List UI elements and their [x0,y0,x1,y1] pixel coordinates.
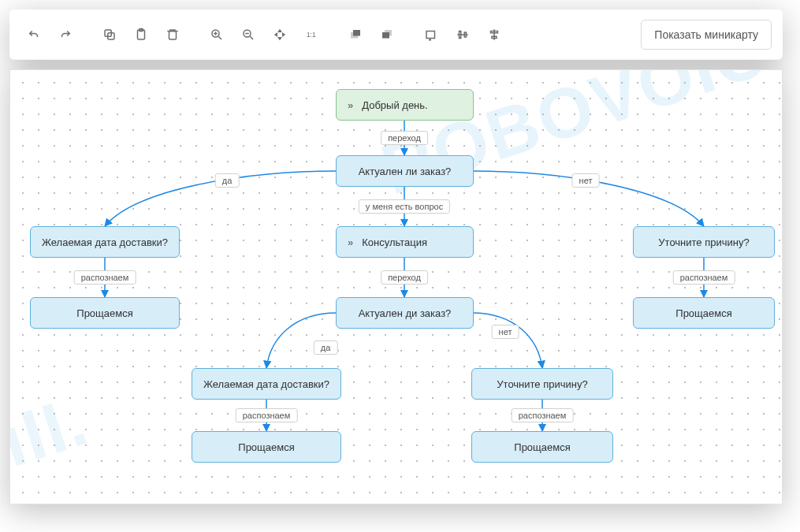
edge-label-no: нет [492,325,519,339]
copy-button[interactable] [96,21,123,48]
node-bye-right[interactable]: Прощаемся [633,297,775,329]
node-label: Консультация [362,236,427,248]
flow-canvas[interactable]: ROBOVOICE ıII. » Добрый день. [9,69,783,504]
show-minimap-button[interactable]: Показать миникарту [641,20,772,50]
edge-label: распознаем [512,408,574,422]
toolbar: 1:1 Показать миникарту [9,9,783,60]
paste-button[interactable] [128,21,154,48]
svg-rect-16 [382,32,389,39]
node-label: Желаемая дата доставки? [42,236,168,248]
node-label: Уточните причину? [658,236,749,248]
chevron-double-icon: » [348,236,351,248]
node-label: Прощаемся [514,441,570,453]
svg-rect-14 [353,30,360,36]
node-label: Желаемая дата доставки? [203,378,329,390]
edge-label: распознаем [74,270,136,285]
svg-text:1:1: 1:1 [307,32,316,39]
svg-line-6 [218,36,221,39]
chevron-double-icon: » [348,99,351,111]
watermark-text-2: ıII. [9,380,98,483]
node-date-center[interactable]: Желаемая дата доставки? [192,368,341,400]
zoom-out-button[interactable] [235,21,262,48]
edge-label: распознаем [236,408,298,422]
edge-label: распознаем [673,270,735,285]
node-bye-center-left[interactable]: Прощаемся [192,431,341,463]
node-reason-right[interactable]: Уточните причину? [633,226,775,258]
zoom-in-button[interactable] [203,21,230,48]
node-question-actual[interactable]: Актуален ли заказ? [336,155,474,187]
edge-label: переход [381,270,428,285]
node-reason-center[interactable]: Уточните причину? [471,368,613,400]
node-date-left[interactable]: Желаемая дата доставки? [30,226,180,258]
node-label: Прощаемся [238,441,294,453]
node-label: Добрый день. [362,99,427,111]
zoom-fit-button[interactable] [266,21,293,48]
node-label: Актуален ди заказ? [359,307,452,319]
zoom-reset-button[interactable]: 1:1 [298,21,325,48]
edge-label-yes: да [314,340,338,355]
edge-label: переход [381,131,428,145]
node-label: Прощаемся [76,307,132,319]
node-bye-left[interactable]: Прощаемся [30,297,180,329]
redo-button[interactable] [52,21,79,48]
svg-line-10 [250,36,253,39]
node-label: Прощаемся [675,307,731,319]
svg-rect-4 [169,31,177,39]
undo-button[interactable] [20,21,47,48]
svg-rect-17 [426,31,435,38]
edge-label-yes: да [215,173,240,188]
edge-label-no: нет [572,173,600,188]
node-label: Актуален ли заказ? [359,166,452,177]
align-vertical-button[interactable] [481,21,508,48]
node-label: Уточните причину? [497,378,587,390]
align-horizontal-button[interactable] [449,21,476,48]
node-consult[interactable]: » Консультация [336,226,474,258]
node-bye-center-right[interactable]: Прощаемся [471,431,613,463]
align-button-1[interactable] [418,21,445,48]
node-start[interactable]: » Добрый день. [336,89,474,121]
delete-button[interactable] [159,21,186,48]
show-minimap-label: Показать миникарту [654,28,758,41]
edge-label: у меня есть вопрос [359,199,450,214]
node-question-actual-2[interactable]: Актуален ди заказ? [336,297,474,329]
bring-front-button[interactable] [342,21,369,48]
send-back-button[interactable] [374,21,400,48]
